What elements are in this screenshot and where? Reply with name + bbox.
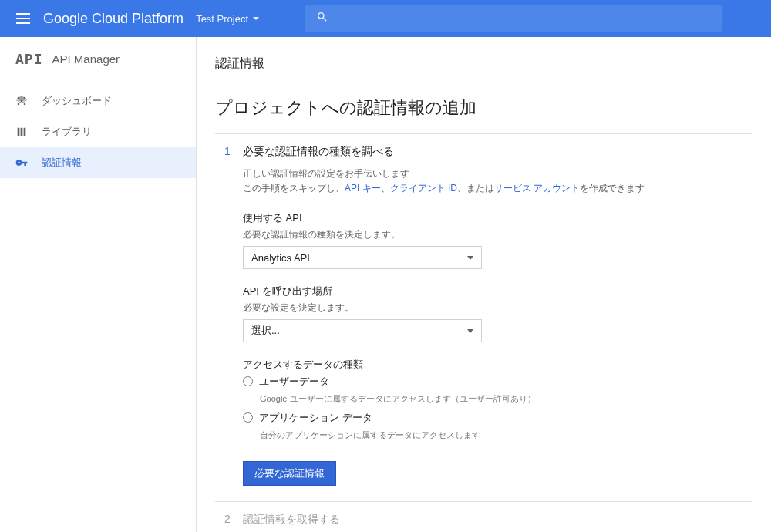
sidebar-item-label: ライブラリ — [42, 125, 92, 139]
api-logo: API — [15, 51, 43, 67]
help-text: 正しい認証情報の設定をお手伝いします この手順をスキップし、API キー、クライ… — [243, 167, 752, 196]
link-service-account[interactable]: サービス アカウント — [494, 183, 580, 194]
sidebar-item-library[interactable]: ライブラリ — [0, 116, 196, 147]
app-header: Google Cloud Platform Test Project — [0, 0, 771, 37]
chevron-down-icon — [467, 329, 473, 333]
radio-desc: 自分のアプリケーションに属するデータにアクセスします — [260, 429, 752, 441]
sidebar-header: API API Manager — [0, 37, 196, 81]
step-number: 2 — [224, 513, 243, 532]
radio-input[interactable] — [243, 412, 253, 423]
search-input[interactable] — [305, 5, 722, 32]
link-api-key[interactable]: API キー — [345, 183, 381, 194]
radio-desc: Google ユーザーに属するデータにアクセスします（ユーザー許可あり） — [260, 393, 752, 405]
sidebar-nav: ダッシュボード ライブラリ 認証情報 — [0, 86, 196, 178]
svg-point-1 — [24, 97, 26, 99]
section-title: プロジェクトへの認証情報の追加 — [215, 96, 752, 120]
svg-point-3 — [24, 103, 26, 106]
step-1: 1 必要な認証情報の種類を調べる 正しい認証情報の設定をお手伝いします この手順… — [215, 134, 752, 501]
project-selector[interactable]: Test Project — [196, 13, 259, 25]
field-label: 使用する API — [243, 211, 752, 225]
link-client-id[interactable]: クライアント ID — [390, 183, 457, 194]
brand-logo[interactable]: Google Cloud Platform — [43, 11, 183, 27]
menu-button[interactable] — [9, 5, 37, 32]
project-name: Test Project — [196, 13, 248, 25]
step-2: 2 認証情報を取得する — [215, 502, 752, 532]
key-icon — [15, 157, 28, 169]
dropdown-value: Analytics API — [251, 252, 310, 264]
radio-label: ユーザーデータ — [259, 375, 329, 389]
chevron-down-icon — [467, 256, 473, 260]
field-label: アクセスするデータの種類 — [243, 358, 752, 372]
brand-light: Cloud Platform — [92, 11, 183, 26]
radio-label: アプリケーション データ — [259, 411, 372, 425]
page-title: 認証情報 — [215, 56, 752, 72]
hamburger-icon — [16, 18, 30, 19]
step-heading: 認証情報を取得する — [243, 513, 752, 527]
step-heading: 必要な認証情報の種類を調べる — [243, 145, 752, 159]
field-where: API を呼び出す場所 必要な設定を決定します。 選択... — [243, 285, 752, 342]
radio-input[interactable] — [243, 376, 253, 386]
main-content: 認証情報 プロジェクトへの認証情報の追加 1 必要な認証情報の種類を調べる 正し… — [197, 37, 771, 532]
sidebar-item-label: 認証情報 — [42, 156, 82, 170]
sidebar: API API Manager ダッシュボード ライブラリ 認証情報 — [0, 37, 197, 532]
sidebar-item-label: ダッシュボード — [42, 94, 112, 108]
where-dropdown[interactable]: 選択... — [243, 319, 482, 342]
field-desc: 必要な設定を決定します。 — [243, 301, 752, 315]
dropdown-value: 選択... — [251, 324, 280, 338]
sidebar-item-dashboard[interactable]: ダッシュボード — [0, 86, 196, 116]
field-api: 使用する API 必要な認証情報の種類を決定します。 Analytics API — [243, 211, 752, 269]
svg-point-4 — [21, 100, 23, 103]
sidebar-title: API Manager — [52, 52, 120, 66]
dashboard-icon — [15, 95, 28, 107]
brand-strong: Google — [43, 11, 88, 26]
chevron-down-icon — [253, 17, 259, 20]
field-data-type: アクセスするデータの種類 ユーザーデータ Google ユーザーに属するデータに… — [243, 358, 752, 441]
library-icon — [15, 126, 28, 138]
svg-point-2 — [18, 103, 20, 106]
api-dropdown[interactable]: Analytics API — [243, 246, 482, 269]
step-number: 1 — [224, 145, 243, 486]
field-label: API を呼び出す場所 — [243, 285, 752, 298]
sidebar-item-credentials[interactable]: 認証情報 — [0, 147, 196, 178]
svg-point-0 — [18, 97, 20, 99]
required-credentials-button[interactable]: 必要な認証情報 — [243, 461, 336, 486]
search-icon — [316, 11, 328, 26]
radio-user-data[interactable]: ユーザーデータ — [243, 375, 752, 389]
radio-app-data[interactable]: アプリケーション データ — [243, 411, 752, 425]
field-desc: 必要な認証情報の種類を決定します。 — [243, 228, 752, 241]
